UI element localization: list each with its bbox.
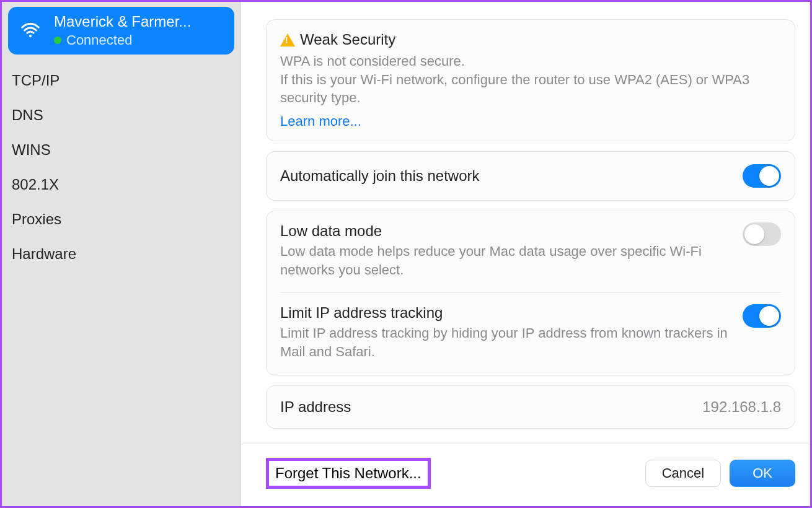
auto-join-label: Automatically join this network xyxy=(280,167,479,185)
security-desc-1: WPA is not considered secure. xyxy=(280,52,781,71)
auto-join-toggle[interactable] xyxy=(743,164,781,188)
status-dot-icon xyxy=(54,37,61,44)
ip-address-label: IP address xyxy=(280,398,351,416)
network-status: Connected xyxy=(54,32,191,48)
sidebar-item-8021x[interactable]: 802.1X xyxy=(8,167,234,202)
data-options-card: Low data mode Low data mode helps reduce… xyxy=(266,211,795,375)
sidebar-item-wins[interactable]: WINS xyxy=(8,133,234,167)
security-warning-card: Weak Security WPA is not considered secu… xyxy=(266,19,795,141)
auto-join-card: Automatically join this network xyxy=(266,151,795,201)
limit-ip-desc: Limit IP address tracking by hiding your… xyxy=(280,324,731,361)
sidebar-item-dns[interactable]: DNS xyxy=(8,98,234,133)
security-heading: Weak Security xyxy=(300,31,395,48)
scroll-area[interactable]: Weak Security WPA is not considered secu… xyxy=(241,2,810,444)
low-data-label: Low data mode xyxy=(280,222,731,240)
cancel-button[interactable]: Cancel xyxy=(645,460,721,487)
sidebar: Maverick & Farmer... Connected TCP/IP DN… xyxy=(2,2,241,506)
sidebar-item-tcpip[interactable]: TCP/IP xyxy=(8,63,234,98)
low-data-desc: Low data mode helps reduce your Mac data… xyxy=(280,242,731,279)
learn-more-link[interactable]: Learn more... xyxy=(280,113,361,129)
low-data-toggle[interactable] xyxy=(743,222,781,246)
forget-highlight: Forget This Network... xyxy=(266,458,431,489)
main-panel: Weak Security WPA is not considered secu… xyxy=(241,2,810,506)
forget-network-button[interactable]: Forget This Network... xyxy=(269,461,428,486)
security-desc-2: If this is your Wi-Fi network, configure… xyxy=(280,71,781,107)
ip-address-value: 192.168.1.8 xyxy=(702,398,781,416)
limit-ip-toggle[interactable] xyxy=(743,304,781,328)
svg-point-0 xyxy=(29,35,32,37)
wifi-icon xyxy=(15,15,45,45)
ok-button[interactable]: OK xyxy=(730,460,795,487)
warning-icon xyxy=(280,33,295,46)
sidebar-item-proxies[interactable]: Proxies xyxy=(8,202,234,237)
limit-ip-label: Limit IP address tracking xyxy=(280,304,731,322)
network-status-text: Connected xyxy=(66,32,132,48)
sidebar-item-hardware[interactable]: Hardware xyxy=(8,237,234,271)
network-name: Maverick & Farmer... xyxy=(54,13,191,31)
footer: Forget This Network... Cancel OK xyxy=(241,444,810,506)
sidebar-network-header[interactable]: Maverick & Farmer... Connected xyxy=(8,7,234,55)
ip-address-card: IP address 192.168.1.8 xyxy=(266,385,795,429)
